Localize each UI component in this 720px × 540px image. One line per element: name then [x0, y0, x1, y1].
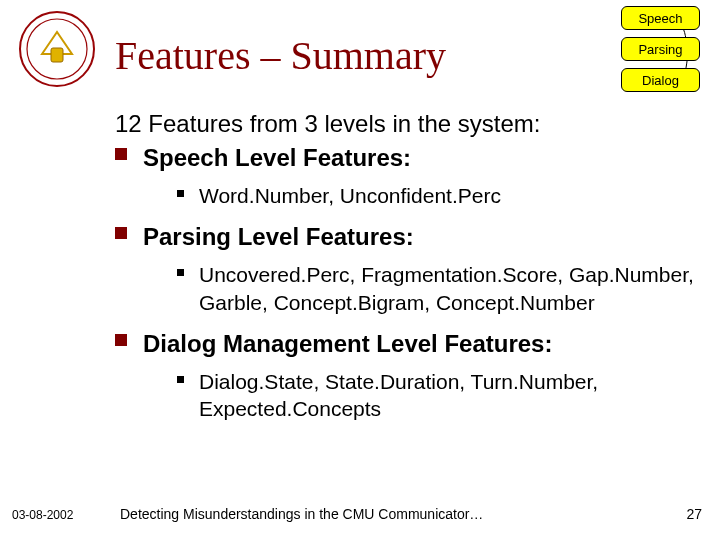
- tag-speech: Speech: [621, 6, 700, 30]
- intro-text: 12 Features from 3 levels in the system:: [115, 110, 695, 138]
- tag-dialog: Dialog: [621, 68, 700, 92]
- square-bullet-icon: [115, 227, 127, 239]
- small-square-bullet-icon: [177, 376, 184, 383]
- list-item: Dialog.State, State.Duration, Turn.Numbe…: [177, 368, 695, 423]
- section-dialog: Dialog Management Level Features: Dialog…: [115, 330, 695, 423]
- small-square-bullet-icon: [177, 190, 184, 197]
- square-bullet-icon: [115, 148, 127, 160]
- section-parsing: Parsing Level Features: Uncovered.Perc, …: [115, 223, 695, 316]
- tag-parsing: Parsing: [621, 37, 700, 61]
- cmu-seal-icon: [18, 10, 96, 88]
- svg-rect-2: [51, 48, 63, 62]
- list-item: Word.Number, Unconfident.Perc: [177, 182, 695, 209]
- footer-date: 03-08-2002: [12, 508, 73, 522]
- square-bullet-icon: [115, 334, 127, 346]
- footer-page-number: 27: [686, 506, 702, 522]
- list-item: Uncovered.Perc, Fragmentation.Score, Gap…: [177, 261, 695, 316]
- small-square-bullet-icon: [177, 269, 184, 276]
- level-tags: Speech Parsing Dialog: [582, 6, 700, 99]
- item-text: Uncovered.Perc, Fragmentation.Score, Gap…: [199, 263, 694, 313]
- slide-title: Features – Summary: [115, 32, 446, 79]
- footer-title: Detecting Misunderstandings in the CMU C…: [120, 506, 483, 522]
- section-label: Speech Level Features:: [143, 144, 411, 171]
- section-label: Parsing Level Features:: [143, 223, 414, 250]
- slide: Features – Summary Speech Parsing Dialog…: [0, 0, 720, 540]
- item-text: Word.Number, Unconfident.Perc: [199, 184, 501, 207]
- slide-body: 12 Features from 3 levels in the system:…: [115, 110, 695, 436]
- item-text: Dialog.State, State.Duration, Turn.Numbe…: [199, 370, 598, 420]
- section-speech: Speech Level Features: Word.Number, Unco…: [115, 144, 695, 209]
- section-label: Dialog Management Level Features:: [143, 330, 552, 357]
